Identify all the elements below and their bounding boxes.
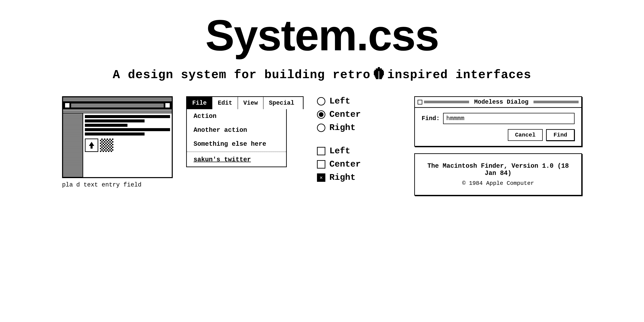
checkbox-right-label: Right — [330, 172, 356, 182]
dropdown-divider — [187, 152, 286, 152]
window-title-stripes-top — [63, 97, 172, 100]
window-icon-row — [85, 138, 170, 152]
checkerboard-icon — [100, 138, 113, 152]
dropdown-menu: Action Another action Something else her… — [186, 109, 287, 167]
dropdown-item-twitter[interactable]: sakun's twitter — [187, 152, 286, 166]
page-subtitle: A design system for building retro inspi… — [0, 67, 644, 83]
dialog-title: Modeless Dialog — [471, 98, 532, 106]
svg-rect-7 — [374, 74, 378, 75]
content-stripe-5 — [85, 132, 144, 136]
checkbox-item-right[interactable]: Right — [317, 172, 401, 182]
about-dialog: The Macintosh Finder, Version 1.0 (18 Ja… — [414, 153, 582, 196]
svg-rect-9 — [374, 75, 378, 76]
svg-rect-1 — [376, 68, 382, 70]
radio-item-left[interactable]: Left — [317, 96, 401, 106]
svg-rect-14 — [379, 78, 382, 79]
radio-center[interactable] — [317, 110, 325, 119]
menu-bar[interactable]: File Edit View Special — [186, 96, 304, 109]
dropdown-item-another[interactable]: Another action — [187, 123, 286, 137]
checkbox-left[interactable] — [317, 147, 325, 155]
svg-rect-2 — [374, 70, 383, 71]
section-spacer — [317, 138, 401, 141]
menu-item-file[interactable]: File — [187, 97, 212, 109]
menu-item-view[interactable]: View — [238, 97, 264, 109]
svg-rect-10 — [379, 75, 383, 76]
dialog-titlebar: Modeless Dialog — [415, 97, 581, 108]
about-dialog-copyright: © 1984 Apple Computer — [425, 180, 571, 186]
find-button[interactable]: Find — [546, 129, 574, 141]
demo-area: pla d text entry field File Edit View Sp… — [0, 96, 644, 196]
mac-window-demo: pla d text entry field — [62, 96, 173, 188]
svg-rect-5 — [374, 72, 378, 74]
site-title: System.css — [0, 14, 644, 57]
subtitle-after: inspired interfaces — [387, 68, 531, 82]
radio-left[interactable] — [317, 97, 325, 106]
radio-item-right[interactable]: Right — [317, 123, 401, 133]
checkbox-item-left[interactable]: Left — [317, 146, 401, 156]
subtitle-before: A design system for building retro — [113, 68, 370, 82]
apple-logo-icon — [374, 67, 384, 83]
about-dialog-title: The Macintosh Finder, Version 1.0 (18 Ja… — [425, 162, 571, 177]
checkbox-section: Left Center Right — [317, 146, 401, 182]
window-title-bg — [71, 103, 164, 107]
dialog-title-stripes-left — [424, 101, 469, 104]
radio-center-label: Center — [330, 110, 361, 120]
svg-rect-0 — [378, 67, 380, 68]
svg-rect-11 — [375, 76, 378, 78]
radio-right-label: Right — [330, 123, 356, 133]
checkbox-center[interactable] — [317, 160, 325, 168]
svg-rect-4 — [379, 71, 384, 72]
find-label: Find: — [422, 115, 440, 122]
checkbox-right[interactable] — [317, 174, 325, 182]
dialog-find-row: Find: — [422, 113, 574, 124]
svg-rect-3 — [374, 71, 378, 72]
checkbox-item-center[interactable]: Center — [317, 159, 401, 169]
window-titlebar — [63, 100, 172, 110]
dialog-close-button[interactable] — [418, 100, 422, 104]
content-stripe-1 — [85, 115, 170, 118]
svg-rect-12 — [379, 76, 382, 78]
svg-rect-8 — [379, 74, 384, 75]
menu-item-edit[interactable]: Edit — [212, 97, 238, 109]
radio-right[interactable] — [317, 124, 325, 132]
svg-rect-6 — [379, 72, 384, 74]
form-controls: Left Center Right Left Center — [317, 96, 401, 182]
menu-item-special[interactable]: Special — [264, 97, 300, 109]
window-sidebar — [63, 113, 83, 177]
find-input[interactable] — [443, 113, 574, 124]
dialog-title-stripes-right — [534, 101, 578, 104]
window-title-stripes-bottom — [63, 110, 172, 113]
dropdown-item-action[interactable]: Action — [187, 109, 286, 123]
bottom-hints: pla d text entry field — [62, 180, 173, 188]
placeholder-hint: pla — [62, 182, 73, 188]
content-stripe-3 — [85, 124, 128, 127]
dialog-area: Modeless Dialog Find: Cancel Find The Ma… — [414, 96, 582, 196]
window-zoom-box[interactable] — [165, 103, 170, 108]
checkbox-center-label: Center — [330, 159, 361, 169]
content-stripe-4 — [85, 128, 170, 131]
cancel-button[interactable]: Cancel — [508, 129, 543, 141]
text-entry-hint: d text entry field — [76, 182, 142, 188]
dialog-buttons: Cancel Find — [422, 129, 574, 141]
radio-item-center[interactable]: Center — [317, 110, 401, 120]
dialog-body: Find: Cancel Find — [415, 108, 581, 146]
radio-section: Left Center Right — [317, 96, 401, 133]
arrow-stem — [90, 146, 92, 148]
page-header: System.css — [0, 0, 644, 67]
svg-rect-13 — [376, 78, 378, 79]
arrow-up-icon — [89, 142, 94, 146]
upload-icon — [85, 138, 98, 152]
checkbox-left-label: Left — [330, 146, 350, 156]
modeless-dialog: Modeless Dialog Find: Cancel Find — [414, 96, 582, 146]
window-main-content — [63, 113, 172, 177]
content-stripe-2 — [85, 120, 144, 122]
radio-left-label: Left — [330, 96, 350, 106]
dropdown-item-something[interactable]: Something else here — [187, 137, 286, 151]
window-content-area — [83, 113, 172, 177]
window-close-box[interactable] — [65, 103, 70, 108]
menubar-container: File Edit View Special Action Another ac… — [186, 96, 304, 167]
